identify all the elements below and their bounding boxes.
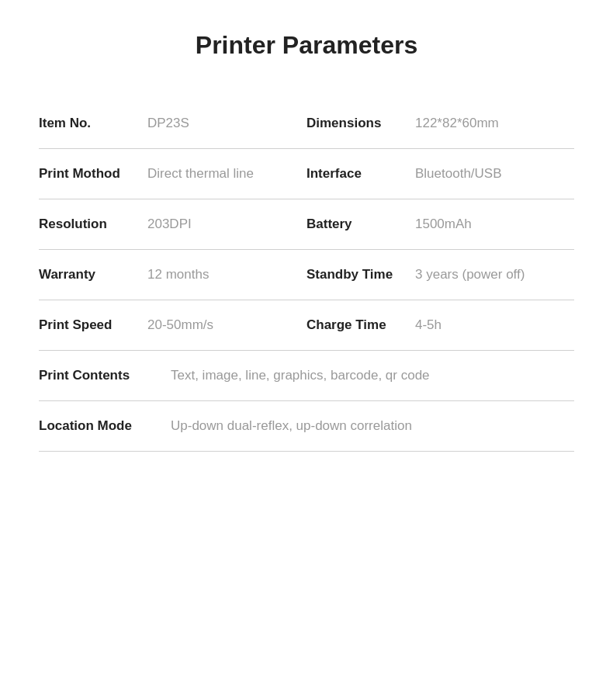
value-item-no: DP23S	[147, 116, 189, 131]
param-col-right-2: Interface Bluetooth/USB	[306, 166, 574, 182]
param-col-right-3: Battery 1500mAh	[306, 217, 574, 232]
label-standby-time: Standby Time	[306, 267, 407, 282]
value-charge-time: 4-5h	[415, 317, 442, 333]
param-row-print-contents: Print Contents Text, image, line, graphi…	[39, 351, 574, 401]
param-row-warranty: Warranty 12 months Standby Time 3 years …	[39, 250, 574, 300]
param-col-left-1: Item No. DP23S	[39, 116, 306, 131]
value-dimensions: 122*82*60mm	[415, 116, 499, 131]
label-dimensions: Dimensions	[306, 116, 407, 131]
value-print-method: Direct thermal line	[147, 166, 254, 182]
label-warranty: Warranty	[39, 267, 140, 282]
label-location-mode: Location Mode	[39, 418, 163, 434]
value-interface: Bluetooth/USB	[415, 166, 502, 182]
page-title: Printer Parameters	[39, 31, 574, 68]
value-battery: 1500mAh	[415, 217, 472, 232]
value-print-speed: 20-50mm/s	[147, 317, 213, 333]
label-item-no: Item No.	[39, 116, 140, 131]
page-container: Printer Parameters Item No. DP23S Dimens…	[0, 0, 613, 700]
label-battery: Battery	[306, 217, 407, 232]
param-col-left-5: Print Speed 20-50mm/s	[39, 317, 306, 333]
param-col-left-3: Resolution 203DPI	[39, 217, 306, 232]
value-resolution: 203DPI	[147, 217, 192, 232]
param-col-left-2: Print Mothod Direct thermal line	[39, 166, 306, 182]
label-print-speed: Print Speed	[39, 317, 140, 333]
param-row-resolution: Resolution 203DPI Battery 1500mAh	[39, 199, 574, 250]
param-row-location-mode: Location Mode Up-down dual-reflex, up-do…	[39, 401, 574, 452]
param-row-print-speed: Print Speed 20-50mm/s Charge Time 4-5h	[39, 300, 574, 351]
param-row-item-no: Item No. DP23S Dimensions 122*82*60mm	[39, 99, 574, 149]
param-col-right-1: Dimensions 122*82*60mm	[306, 116, 574, 131]
value-standby-time: 3 years (power off)	[415, 267, 525, 282]
label-charge-time: Charge Time	[306, 317, 407, 333]
label-resolution: Resolution	[39, 217, 140, 232]
label-interface: Interface	[306, 166, 407, 182]
param-col-right-5: Charge Time 4-5h	[306, 317, 574, 333]
param-col-left-4: Warranty 12 months	[39, 267, 306, 282]
value-warranty: 12 months	[147, 267, 209, 282]
value-print-contents: Text, image, line, graphics, barcode, qr…	[171, 368, 574, 383]
params-table: Item No. DP23S Dimensions 122*82*60mm Pr…	[39, 99, 574, 452]
value-location-mode: Up-down dual-reflex, up-down correlation	[171, 418, 574, 434]
label-print-method: Print Mothod	[39, 166, 140, 182]
param-col-right-4: Standby Time 3 years (power off)	[306, 267, 574, 282]
param-row-print-method: Print Mothod Direct thermal line Interfa…	[39, 149, 574, 199]
label-print-contents: Print Contents	[39, 368, 163, 383]
